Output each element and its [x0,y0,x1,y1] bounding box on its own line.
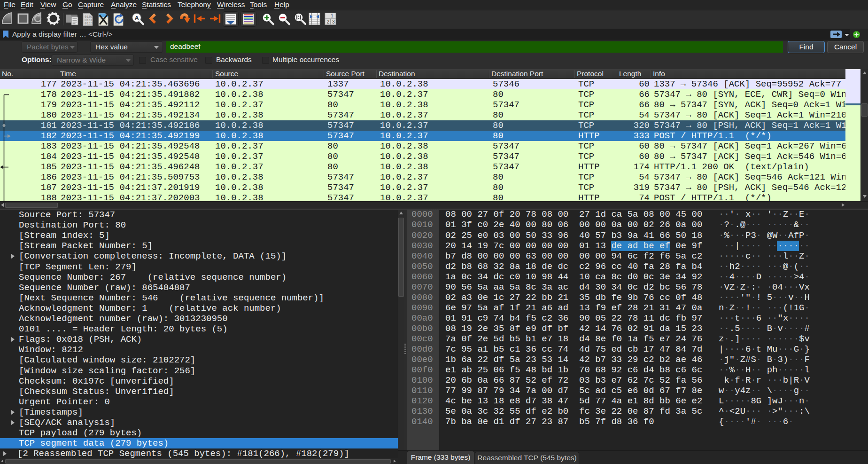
svg-text:A: A [134,15,139,22]
svg-text:2: 2 [327,19,330,24]
svg-text:1: 1 [331,13,333,18]
svg-text:3: 3 [332,19,335,24]
svg-text:0111: 0111 [85,22,93,25]
